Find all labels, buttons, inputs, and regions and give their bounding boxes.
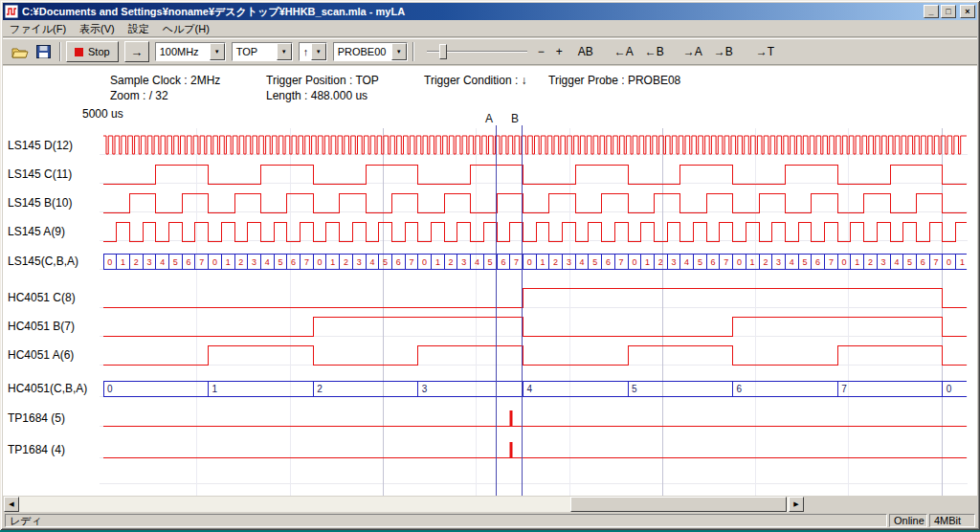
- app-window: C:¥Documents and Settings¥noname¥デスクトップ¥…: [0, 0, 980, 530]
- scroll-left-icon[interactable]: ◀: [4, 497, 19, 512]
- stop-label: Stop: [88, 46, 110, 57]
- tool-bar: Stop → 100MHz ▼ TOP ▼ ↑ ▼ PROBE00 ▼ − + …: [3, 38, 977, 65]
- menu-view[interactable]: 表示(V): [73, 20, 122, 38]
- run-button[interactable]: →: [124, 41, 149, 62]
- ab-range-button[interactable]: AB: [575, 43, 596, 60]
- chevron-down-icon[interactable]: ▼: [391, 43, 407, 60]
- goto-trigger-button[interactable]: →T: [753, 43, 777, 60]
- zoom-text: Zoom : / 32: [110, 89, 168, 102]
- next-a-button[interactable]: →A: [680, 43, 705, 60]
- menu-bar: ファイル(F) 表示(V) 設定 ヘルプ(H): [3, 21, 977, 37]
- trigger-probe-text: Trigger Probe : PROBE08: [548, 74, 680, 87]
- chevron-down-icon[interactable]: ▼: [277, 43, 292, 60]
- menu-help[interactable]: ヘルプ(H): [156, 20, 216, 38]
- open-folder-icon: [11, 46, 29, 58]
- menu-file[interactable]: ファイル(F): [3, 20, 73, 38]
- trigger-position-combo[interactable]: TOP ▼: [232, 42, 293, 61]
- trigger-edge-combo[interactable]: ↑ ▼: [299, 42, 327, 61]
- status-ready-text: レディ: [5, 514, 887, 527]
- toolbar-separator: [412, 42, 414, 61]
- status-bar: レディ Online 4MBit: [3, 513, 977, 528]
- horizontal-scrollbar[interactable]: ◀ ▶: [4, 497, 804, 512]
- floppy-icon: [36, 45, 51, 58]
- scroll-right-icon[interactable]: ▶: [789, 497, 804, 512]
- menu-settings[interactable]: 設定: [122, 20, 156, 38]
- length-text: Length : 488.000 us: [266, 89, 368, 102]
- time-scale-label: 5000 us: [82, 107, 123, 121]
- trigger-edge-value: ↑: [300, 46, 311, 57]
- chevron-down-icon[interactable]: ▼: [311, 43, 326, 60]
- title-bar[interactable]: C:¥Documents and Settings¥noname¥デスクトップ¥…: [3, 3, 977, 20]
- open-button[interactable]: [9, 41, 32, 62]
- clock-combo[interactable]: 100MHz ▼: [155, 42, 226, 61]
- clock-combo-value: 100MHz: [156, 46, 210, 57]
- sample-clock-text: Sample Clock : 2MHz: [110, 74, 220, 87]
- zoom-slider[interactable]: [427, 42, 527, 61]
- trigger-position-text: Trigger Position : TOP: [266, 74, 379, 87]
- stop-icon: [75, 48, 83, 56]
- probe-combo[interactable]: PROBE00 ▼: [333, 42, 408, 61]
- probe-combo-value: PROBE00: [334, 46, 391, 57]
- chevron-down-icon[interactable]: ▼: [210, 43, 225, 60]
- toolbar-separator: [59, 42, 61, 61]
- slider-handle[interactable]: [439, 44, 447, 59]
- next-b-button[interactable]: →B: [711, 43, 736, 60]
- stop-button[interactable]: Stop: [66, 41, 119, 62]
- scrollbar-row: ◀ ▶: [3, 496, 977, 513]
- status-memory-badge: 4MBit: [929, 514, 975, 527]
- save-button[interactable]: [32, 41, 55, 62]
- trigger-position-value: TOP: [233, 46, 277, 57]
- window-icon[interactable]: [5, 5, 18, 18]
- maximize-button[interactable]: □: [941, 5, 956, 18]
- waveform-panel: [3, 66, 977, 496]
- minimize-button[interactable]: _: [924, 5, 939, 18]
- prev-a-button[interactable]: ←A: [612, 43, 636, 60]
- trigger-condition-text: Trigger Condition : ↓: [424, 74, 527, 87]
- window-title: C:¥Documents and Settings¥noname¥デスクトップ¥…: [22, 5, 922, 19]
- prev-b-button[interactable]: ←B: [642, 43, 667, 60]
- scrollbar-thumb[interactable]: [570, 497, 787, 512]
- zoom-in-button[interactable]: +: [553, 43, 566, 60]
- status-online-badge: Online: [889, 514, 927, 527]
- close-button[interactable]: ×: [960, 5, 975, 18]
- zoom-out-button[interactable]: −: [535, 43, 547, 60]
